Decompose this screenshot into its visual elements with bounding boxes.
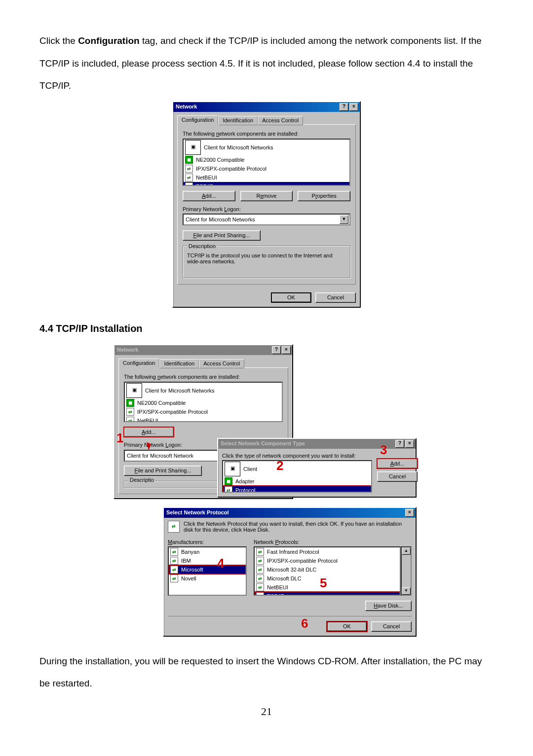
list-item[interactable]: Microsoft DLC [255,574,400,583]
manufacturer-icon [170,548,178,556]
primary-logon-combo[interactable]: Client for Microsoft Networks ▼ [183,214,350,225]
properties-button[interactable]: Properties [298,191,350,201]
manufacturers-label: Manufacturers: [168,539,247,545]
page-number: 21 [39,699,494,725]
file-print-sharing-button[interactable]: File and Print Sharing... [124,466,202,476]
list-item[interactable]: Novell [169,574,246,583]
manufacturer-icon [170,575,178,582]
components-label: The following network components are ins… [124,374,283,380]
protocol-icon [185,182,193,186]
close-button[interactable]: × [405,440,414,448]
list-item[interactable]: Client for Microsoft Networks [184,140,349,155]
callout-4: 4 [217,556,224,571]
list-item[interactable]: NE2000 Compatible [125,398,282,407]
protocols-label: Network Protocols: [254,539,412,545]
list-item[interactable]: NE2000 Compatible [184,155,349,164]
ok-button[interactable]: OK [327,621,367,632]
file-print-sharing-button[interactable]: File and Print Sharing... [183,230,261,241]
cancel-button[interactable]: Cancel [315,292,356,303]
protocol-icon [256,583,264,591]
list-item-selected[interactable]: Protocol [223,486,371,493]
list-item[interactable]: NetBEUI [184,173,349,182]
callout-1: 1 [116,431,123,446]
tab-identification[interactable]: Identification [218,116,258,126]
instruction-text: Click the Network Protocol that you want… [184,521,412,533]
list-item[interactable]: IPX/SPX-compatible Protocol [184,164,349,173]
close-button[interactable]: × [405,509,414,517]
help-button[interactable]: ? [272,346,281,354]
client-icon [126,383,142,398]
titlebar: Network ? × [173,102,360,112]
dialog-title: Select Network Protocol [165,509,229,516]
list-item[interactable]: Microsoft 32-bit DLC [255,565,400,574]
network-dialog: Network ? × Configuration Identification… [172,101,361,308]
adapter-icon [126,399,134,407]
list-item[interactable]: Banyan [169,547,246,556]
close-button[interactable]: × [282,346,291,354]
description-legend: Description [187,243,217,250]
list-item-selected[interactable]: TCP/IP [255,592,400,596]
tab-identification[interactable]: Identification [159,359,199,369]
protocol-icon [185,174,193,181]
network-components-list[interactable]: Client for Microsoft Networks NE2000 Com… [124,382,283,422]
protocol-icon [256,566,264,574]
protocol-icon [185,165,193,173]
callout-2: 2 [276,459,283,473]
combo-arrow-icon[interactable]: ▼ [340,215,348,224]
client-icon [185,140,201,155]
cancel-button[interactable]: Cancel [371,621,412,632]
help-button[interactable]: ? [395,440,404,448]
adapter-icon [185,156,193,164]
list-item-selected[interactable]: Microsoft [169,565,246,574]
protocols-list[interactable]: Fast Infrared Protocol IPX/SPX-compatibl… [254,546,401,596]
tab-configuration[interactable]: Configuration [177,115,218,125]
callout-5: 5 [320,576,327,591]
manufacturer-icon [170,557,178,565]
scroll-up-icon[interactable]: ▲ [402,547,411,555]
ok-button[interactable]: OK [271,292,311,303]
list-item[interactable]: Client [223,461,371,477]
protocol-icon [256,557,264,565]
have-disk-button[interactable]: Have Disk... [365,601,412,611]
list-item[interactable]: NetBEUI [255,583,400,592]
network-components-list[interactable]: Client for Microsoft Networks NE2000 Com… [183,139,350,186]
description-text: TCP/IP is the protocol you use to connec… [187,252,346,265]
callout-3: 3 [380,443,387,458]
tab-access-control[interactable]: Access Control [258,116,303,126]
cancel-button[interactable]: Cancel [377,471,418,482]
remove-button[interactable]: Remove [240,191,293,201]
select-network-protocol-dialog: Select Network Protocol × Click the Netw… [163,507,417,637]
dialog-title: Network [175,104,197,110]
protocol-icon [256,592,264,596]
callout-6: 6 [301,616,308,631]
close-button[interactable]: × [349,103,358,111]
manufacturers-list[interactable]: Banyan IBM Microsoft Novell [168,546,247,596]
help-button[interactable]: ? [340,103,348,111]
list-item[interactable]: IPX/SPX-compatible Protocol [125,407,282,416]
client-icon [225,462,240,476]
components-label: The following network components are ins… [183,131,350,137]
dialog-title: Network [116,347,138,353]
add-button[interactable]: Add... [183,191,235,201]
dialog-title: Select Network Component Type [220,440,305,447]
scroll-down-icon[interactable]: ▼ [402,587,411,595]
instruction-text: Click the type of network component you … [222,453,372,459]
list-item-selected[interactable]: TCP/IP [184,182,349,186]
add-button[interactable]: Add... [124,427,174,437]
add-button[interactable]: Add... [377,459,418,469]
tabstrip: Configuration Identification Access Cont… [177,115,356,125]
list-item[interactable]: Adapter [223,477,371,486]
protocol-icon [225,486,232,493]
component-type-list[interactable]: Client Adapter Protocol Service [222,460,372,493]
list-item[interactable]: Client for Microsoft Networks [125,383,282,398]
list-item[interactable]: Fast Infrared Protocol [255,547,400,556]
description-group: Description TCP/IP is the protocol you u… [183,246,350,278]
tab-configuration[interactable]: Configuration [118,359,159,368]
titlebar: Select Network Protocol × [164,508,416,518]
protocol-icon [256,548,264,556]
list-item[interactable]: NetBEUI [125,416,282,422]
list-item[interactable]: IPX/SPX-compatible Protocol [255,556,400,565]
combo-value: Client for Microsoft Networks [186,216,255,223]
list-item[interactable]: IBM [169,556,246,565]
tab-access-control[interactable]: Access Control [199,359,244,369]
